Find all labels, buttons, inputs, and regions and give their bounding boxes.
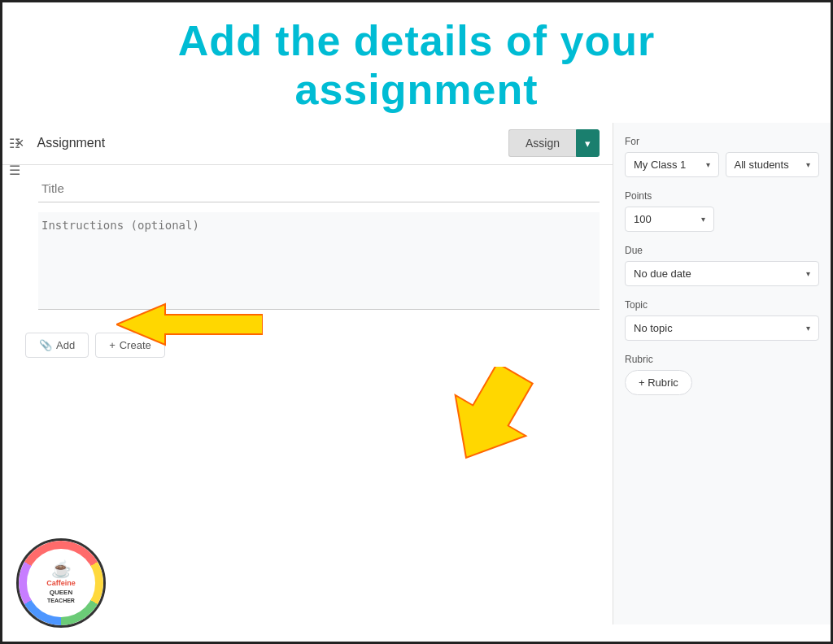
create-button[interactable]: + Create bbox=[95, 333, 165, 358]
page-title: Add the details of your assignment bbox=[11, 17, 822, 115]
assign-button[interactable]: Assign bbox=[508, 129, 576, 157]
assign-dropdown-button[interactable]: ▾ bbox=[576, 129, 600, 157]
cup-icon: ☕ bbox=[51, 561, 72, 577]
chevron-down-icon: ▾ bbox=[706, 160, 710, 169]
top-bar: × Assignment Assign ▾ bbox=[2, 123, 613, 165]
document-icon: ☷ bbox=[9, 136, 20, 151]
logo-line3: TEACHER bbox=[47, 597, 75, 604]
due-select[interactable]: No due date ▾ bbox=[625, 261, 819, 286]
topic-select[interactable]: No topic ▾ bbox=[625, 315, 819, 341]
chevron-down-icon: ▾ bbox=[806, 324, 810, 333]
logo: ☕ Caffeine QUEEN TEACHER bbox=[16, 538, 106, 628]
top-bar-left: × Assignment bbox=[15, 135, 105, 152]
chevron-down-icon: ▾ bbox=[701, 215, 705, 224]
points-field: Points 100 ▾ bbox=[625, 190, 819, 232]
paperclip-icon: 📎 bbox=[39, 339, 52, 351]
points-label: Points bbox=[625, 190, 819, 202]
points-select[interactable]: 100 ▾ bbox=[625, 207, 714, 232]
logo-line1: Caffeine bbox=[46, 579, 76, 589]
instructions-textarea[interactable] bbox=[38, 212, 600, 310]
add-buttons-row: 📎 Add + Create bbox=[2, 333, 613, 358]
due-label: Due bbox=[625, 245, 819, 256]
rubric-label: Rubric bbox=[625, 354, 819, 365]
for-field: For My Class 1 ▾ All students ▾ bbox=[625, 136, 819, 177]
form-inner bbox=[38, 175, 600, 313]
header-annotation: Add the details of your assignment bbox=[2, 2, 831, 123]
plus-icon: + bbox=[109, 339, 116, 351]
logo-inner: ☕ Caffeine QUEEN TEACHER bbox=[19, 541, 103, 625]
form-panel: × Assignment Assign ▾ ☷ ☰ 📎 bbox=[2, 123, 613, 624]
form-body bbox=[2, 165, 613, 323]
assignment-label: Assignment bbox=[37, 136, 106, 150]
class-select[interactable]: My Class 1 ▾ bbox=[625, 152, 719, 177]
topic-field: Topic No topic ▾ bbox=[625, 299, 819, 341]
for-label: For bbox=[625, 136, 819, 147]
logo-text: ☕ Caffeine QUEEN TEACHER bbox=[27, 549, 94, 616]
students-select[interactable]: All students ▾ bbox=[726, 152, 820, 177]
for-select-row: My Class 1 ▾ All students ▾ bbox=[625, 152, 819, 177]
title-input[interactable] bbox=[38, 175, 600, 202]
add-button[interactable]: 📎 Add bbox=[25, 333, 89, 358]
assign-btn-group: Assign ▾ bbox=[508, 129, 600, 157]
due-field: Due No due date ▾ bbox=[625, 245, 819, 286]
rubric-field: Rubric + Rubric bbox=[625, 354, 819, 395]
right-panel: For My Class 1 ▾ All students ▾ Points 1… bbox=[613, 123, 831, 624]
rubric-button[interactable]: + Rubric bbox=[625, 370, 692, 395]
logo-line2: QUEEN bbox=[50, 589, 72, 597]
chevron-down-icon: ▾ bbox=[585, 137, 591, 150]
main-content: × Assignment Assign ▾ ☷ ☰ 📎 bbox=[2, 123, 831, 624]
chevron-down-icon: ▾ bbox=[806, 269, 810, 278]
chevron-down-icon: ▾ bbox=[806, 160, 810, 169]
topic-label: Topic bbox=[625, 299, 819, 311]
